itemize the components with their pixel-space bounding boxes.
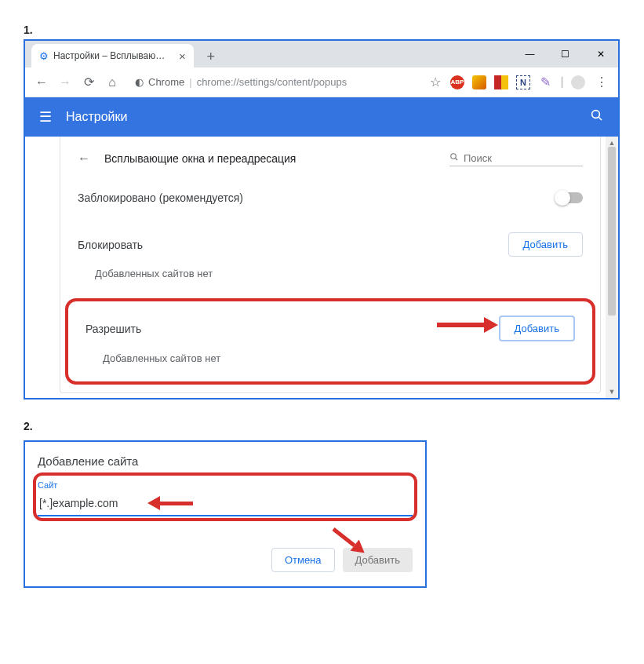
toggle-knob: [555, 190, 570, 206]
section-heading: Всплывающие окна и переадресация: [104, 152, 435, 165]
site-field-label: Сайт: [38, 480, 413, 490]
step-2-label: 2.: [24, 420, 620, 432]
svg-line-3: [456, 159, 458, 161]
app-title: Настройки: [66, 110, 127, 124]
maximize-button[interactable]: ☐: [548, 42, 583, 66]
section-header: ← Всплывающие окна и переадресация Поиск: [60, 137, 600, 174]
no-block-sites: Добавленных сайтов нет: [60, 257, 600, 295]
annotation-arrow: [437, 317, 498, 333]
scroll-down-icon[interactable]: ▼: [609, 388, 616, 396]
svg-point-0: [592, 110, 600, 118]
profile-icon[interactable]: [571, 75, 585, 89]
back-arrow-icon[interactable]: ←: [78, 151, 90, 166]
allow-section: Разрешить Добавить: [68, 301, 592, 341]
section-search[interactable]: Поиск: [449, 151, 583, 166]
site-input-wrap: [38, 491, 413, 516]
no-allow-sites: Добавленных сайтов нет: [68, 341, 592, 380]
app-header: ☰ Настройки: [25, 97, 618, 137]
add-allow-button[interactable]: Добавить: [499, 316, 575, 341]
close-window-button[interactable]: ✕: [583, 42, 618, 66]
tab-title: Настройки – Всплывающие окн: [53, 50, 171, 61]
separator-icon: ┃: [560, 75, 563, 89]
settings-panel: ← Всплывающие окна и переадресация Поиск…: [60, 137, 601, 393]
cancel-button[interactable]: Отмена: [271, 548, 335, 572]
search-icon[interactable]: [590, 108, 604, 126]
home-icon[interactable]: ⌂: [104, 75, 121, 89]
section-search-placeholder: Поиск: [464, 152, 492, 164]
annotation-arrow: [147, 496, 193, 510]
blocked-toggle[interactable]: [556, 192, 583, 203]
add-site-dialog: Добавление сайта Сайт Отмена Добавить: [24, 440, 427, 588]
extension-icons: ABP N ✎ ┃ ⋮: [450, 75, 610, 89]
site-input[interactable]: [38, 491, 413, 516]
svg-point-2: [451, 154, 457, 159]
ext-icon-3[interactable]: [494, 75, 508, 89]
ext-icon-4[interactable]: N: [516, 75, 530, 89]
forward-icon[interactable]: →: [56, 75, 74, 89]
dialog-title: Добавление сайта: [38, 454, 413, 468]
kebab-menu-icon[interactable]: ⋮: [593, 75, 610, 89]
blocked-toggle-row: Заблокировано (рекомендуется): [60, 174, 600, 221]
scroll-track[interactable]: [606, 147, 618, 388]
dialog-actions: Отмена Добавить: [38, 548, 413, 572]
content-area: ← Всплывающие окна и переадресация Поиск…: [25, 137, 618, 398]
block-section-label: Блокировать: [78, 239, 143, 251]
search-icon: [449, 152, 459, 164]
window-controls: — ☐ ✕: [512, 41, 618, 67]
blocked-label: Заблокировано (рекомендуется): [78, 192, 243, 204]
ext-icon-2[interactable]: [472, 75, 486, 89]
block-section: Блокировать Добавить: [60, 221, 600, 257]
abp-icon[interactable]: ABP: [450, 75, 464, 89]
add-block-button[interactable]: Добавить: [508, 232, 583, 257]
minimize-button[interactable]: —: [512, 42, 548, 66]
close-icon[interactable]: ×: [179, 49, 186, 63]
browser-tab[interactable]: ⚙ Настройки – Всплывающие окн ×: [31, 44, 194, 67]
scroll-thumb[interactable]: [608, 147, 616, 316]
new-tab-button[interactable]: +: [200, 46, 222, 67]
allow-section-label: Разрешить: [86, 323, 141, 335]
url-separator: |: [189, 76, 191, 88]
toolbar: ← → ⟳ ⌂ ◐ Chrome | chrome://settings/con…: [25, 67, 618, 97]
address-bar[interactable]: ◐ Chrome | chrome://settings/content/pop…: [127, 71, 420, 93]
url-path: chrome://settings/content/popups: [197, 76, 347, 88]
site-info-icon[interactable]: ◐: [135, 76, 144, 88]
url-scheme: Chrome: [148, 76, 184, 88]
gear-icon: ⚙: [39, 50, 49, 62]
step-1-label: 1.: [24, 24, 620, 36]
window-titlebar: ⚙ Настройки – Всплывающие окн × + — ☐ ✕: [25, 41, 618, 67]
svg-line-1: [599, 117, 602, 120]
browser-window: ⚙ Настройки – Всплывающие окн × + — ☐ ✕ …: [24, 39, 620, 399]
hamburger-icon[interactable]: ☰: [39, 108, 52, 126]
tab-strip: ⚙ Настройки – Всплывающие окн × +: [25, 41, 222, 67]
back-icon[interactable]: ←: [33, 75, 50, 89]
scrollbar[interactable]: ▲ ▼: [606, 137, 618, 398]
feather-icon[interactable]: ✎: [538, 75, 552, 89]
star-icon[interactable]: ☆: [427, 75, 444, 89]
allow-section-highlight: Разрешить Добавить Добавленных сайтов не…: [65, 298, 595, 385]
scroll-up-icon[interactable]: ▲: [609, 139, 616, 147]
reload-icon[interactable]: ⟳: [80, 75, 97, 89]
